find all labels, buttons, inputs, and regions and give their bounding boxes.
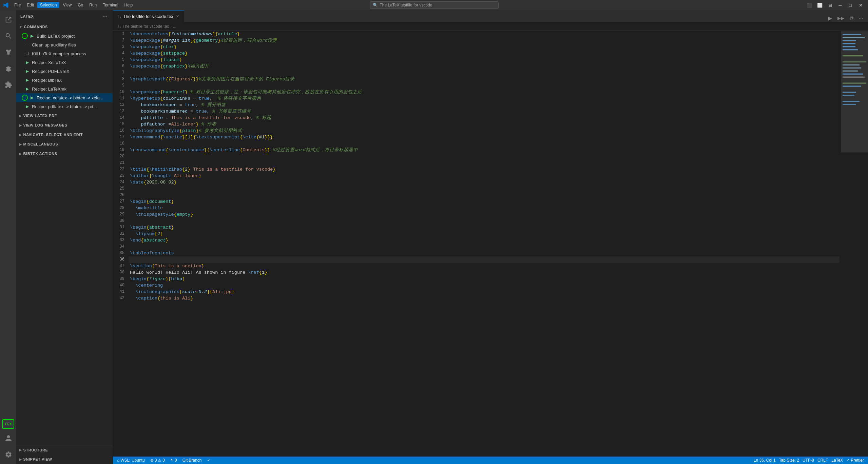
menu-terminal[interactable]: Terminal (100, 2, 121, 8)
bibtex-chevron: ▶ (19, 152, 22, 156)
split-editor-button[interactable]: ⧉ (848, 15, 855, 22)
menu-selection[interactable]: Selection (37, 2, 59, 8)
misc-section-header[interactable]: ▶ Miscellaneous (16, 139, 113, 149)
activity-item-debug[interactable] (0, 60, 16, 77)
minimize-button[interactable]: ─ (835, 0, 845, 10)
status-git-branch[interactable]: Git Branch (181, 457, 203, 464)
status-line-ending-label: CRLF (817, 458, 828, 463)
sidebar-toggle-button[interactable]: ⬜ (815, 0, 825, 10)
activity-item-explorer[interactable] (0, 12, 16, 28)
code-content[interactable]: \documentclass[fontset=windows]{article}… (127, 31, 841, 457)
status-check[interactable]: ✓ (206, 457, 212, 464)
menu-file[interactable]: File (12, 2, 23, 8)
panel-toggle-button[interactable]: ⬛ (805, 0, 814, 10)
activity-item-tex[interactable]: TEX (2, 419, 14, 429)
status-git-sync-label: 0 (175, 458, 177, 463)
activity-item-source-control[interactable] (0, 44, 16, 60)
menu-go[interactable]: Go (75, 2, 86, 8)
code-line-21 (129, 160, 840, 166)
code-line-28: \maketitle (129, 205, 840, 211)
run-all-button[interactable]: ▶▶ (835, 15, 846, 21)
view-pdf-section-header[interactable]: ▶ View LaTeX PDF (16, 111, 113, 120)
maximize-button[interactable]: □ (846, 0, 855, 10)
sidebar-item-recipe-xelatex-bibtex[interactable]: ▶ Recipe: xelatex -> bibtex -> xela... (16, 93, 113, 102)
sidebar-item-kill[interactable]: ☐ Kill LaTeX compiler process (16, 49, 113, 58)
sidebar-item-cleanup[interactable]: — Clean up auxiliary files (16, 40, 113, 49)
line-num-30: 30 (116, 218, 124, 224)
menu-run[interactable]: Run (86, 2, 99, 8)
status-git-sync[interactable]: ↻ 0 (169, 457, 178, 464)
window-controls: ⬛ ⬜ ⊞ ─ □ ✕ (805, 0, 865, 10)
status-tab-size[interactable]: Tab Size: 2 (778, 457, 801, 464)
more-actions-button[interactable]: ··· (857, 15, 865, 22)
line-num-11: 11 (116, 95, 124, 102)
bibtex-section-header[interactable]: ▶ BibTeX actions (16, 149, 113, 158)
sidebar-more-actions[interactable]: ··· (102, 13, 109, 20)
recipe-pdflatex-play-icon: ▶ (24, 69, 30, 74)
code-line-9 (129, 82, 840, 89)
activity-item-settings[interactable] (0, 446, 16, 463)
menu-help[interactable]: Help (122, 2, 136, 8)
snippet-view-section-header[interactable]: ▶ SNIPPET VIEW (16, 455, 113, 464)
status-prettier[interactable]: ✓ Prettier (845, 457, 865, 464)
status-cursor[interactable]: Ln 36, Col 1 (752, 457, 777, 464)
code-line-40: \centering (129, 282, 840, 289)
tab-testfile[interactable]: Tₓ The testfile for vscode.tex ✕ (113, 10, 184, 22)
settings-icon (5, 451, 12, 458)
line-num-38: 38 (116, 269, 124, 276)
code-line-34 (129, 244, 840, 250)
breadcrumb-filename[interactable]: The testfile for vscode.tex (122, 24, 169, 29)
commands-section-header[interactable]: ▼ COMMANDS (16, 22, 113, 32)
line-num-9: 9 (116, 82, 124, 89)
sidebar-item-recipe-pdflatex-bibtex[interactable]: ▶ Recipe: pdflatex -> bibtex -> pd... (16, 102, 113, 111)
menu-view[interactable]: View (60, 2, 74, 8)
status-encoding-label: UTF-8 (803, 458, 814, 463)
sidebar-item-recipe-pdflatex[interactable]: ▶ Recipe: PDFLaTeX (16, 67, 113, 76)
layout-button[interactable]: ⊞ (825, 0, 835, 10)
editor-action-bar: ▶ ▶▶ ⧉ ··· (826, 14, 868, 22)
sidebar-item-recipe-latexmk[interactable]: ▶ Recipe: LaTeXmk (16, 84, 113, 93)
activity-item-extensions[interactable] (0, 77, 16, 93)
code-line-25 (129, 186, 840, 192)
status-errors[interactable]: ⊗ 0 ⚠ 0 (149, 457, 166, 464)
status-language[interactable]: LaTeX (830, 457, 844, 464)
view-pdf-label: View LaTeX PDF (23, 114, 57, 118)
code-line-7 (129, 70, 840, 76)
status-encoding[interactable]: UTF-8 (801, 457, 815, 464)
line-num-12: 12 (116, 102, 124, 108)
recipe-xelatex-bibtex-play-icon: ▶ (29, 95, 35, 100)
activity-item-search[interactable] (0, 28, 16, 44)
status-line-ending[interactable]: CRLF (816, 457, 829, 464)
status-right: Ln 36, Col 1 Tab Size: 2 UTF-8 CRLF LaTe… (752, 457, 865, 464)
line-num-31: 31 (116, 224, 124, 231)
structure-chevron: ▶ (19, 448, 22, 452)
code-line-37: \section{This is a section} (129, 263, 840, 269)
close-button[interactable]: ✕ (856, 0, 865, 10)
sidebar-item-build[interactable]: ▶ Build LaTeX project (16, 32, 113, 40)
source-control-icon (5, 49, 12, 56)
commands-chevron: ▼ (19, 25, 22, 29)
run-button[interactable]: ▶ (826, 14, 834, 22)
menu-edit[interactable]: Edit (24, 2, 37, 8)
breadcrumb-section[interactable]: ... (173, 24, 176, 29)
line-num-13: 13 (116, 108, 124, 115)
line-num-21: 21 (116, 160, 124, 166)
activity-bar: TEX (0, 10, 16, 464)
structure-section-header[interactable]: ▶ STRUCTURE (16, 445, 113, 455)
search-text: The LaTeX testfile for vscode (380, 3, 432, 7)
activity-item-account[interactable] (0, 430, 16, 446)
sidebar-item-recipe-xelatex[interactable]: ▶ Recipe: XeLaTeX (16, 58, 113, 67)
navigate-section-header[interactable]: ▶ Navigate, select, and edit (16, 130, 113, 139)
tab-close-button[interactable]: ✕ (175, 14, 180, 19)
code-line-14: pdftitle = This is a testfile for vscode… (129, 115, 840, 121)
status-bar: ⌂ WSL: Ubuntu ⊗ 0 ⚠ 0 ↻ 0 Git Branch ✓ (113, 457, 868, 464)
sidebar-item-recipe-bibtex[interactable]: ▶ Recipe: BibTeX (16, 76, 113, 84)
kill-check-icon: ☐ (24, 51, 30, 56)
bibtex-label: BibTeX actions (23, 152, 57, 156)
snippet-view-label: SNIPPET VIEW (23, 457, 52, 461)
status-wsl[interactable]: ⌂ WSL: Ubuntu (116, 457, 146, 464)
view-log-section-header[interactable]: ▶ View log messages (16, 120, 113, 130)
code-line-19: \renewcommand{\contentsname}{\centerline… (129, 147, 840, 153)
title-search-bar[interactable]: 🔍 The LaTeX testfile for vscode (370, 1, 499, 9)
git-branch-label: Git Branch (182, 458, 202, 463)
